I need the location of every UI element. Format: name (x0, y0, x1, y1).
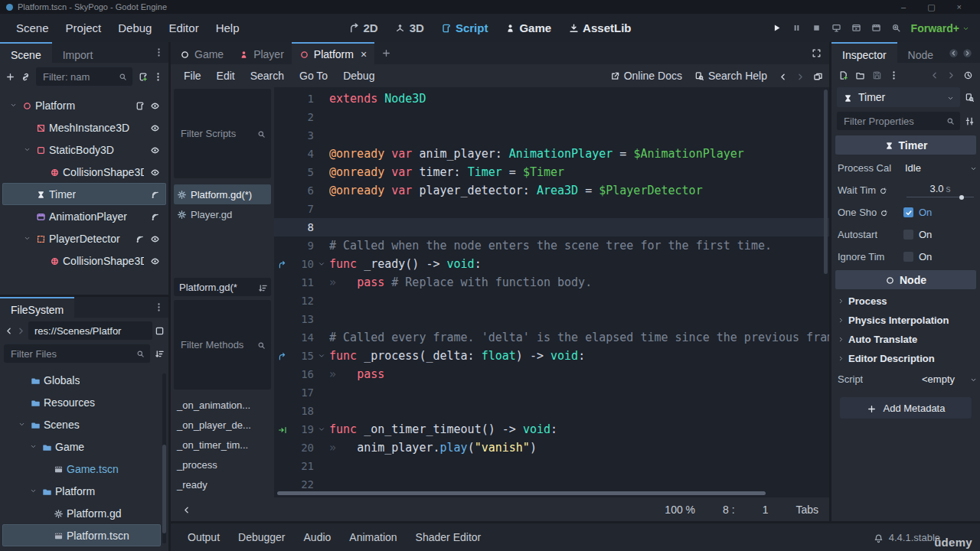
filesystem-menu-button[interactable] (149, 297, 168, 318)
menu-scene[interactable]: Scene (8, 18, 57, 38)
methods-filter-input[interactable] (179, 338, 254, 351)
scene-filter-input[interactable] (41, 70, 116, 83)
new-tab-button[interactable] (374, 42, 398, 64)
workspace-game[interactable]: Game (498, 19, 557, 37)
search-help-button[interactable]: Search Help (694, 70, 767, 82)
add-node-button[interactable] (5, 72, 15, 82)
method-item[interactable]: _process (174, 455, 271, 474)
scene-node-meshinstance3d[interactable]: MeshInstance3D (2, 116, 166, 139)
scene-node-collisionshape3d[interactable]: CollisionShape3D (2, 249, 166, 272)
history-back-icon[interactable] (929, 68, 939, 82)
scene-node-collisionshape3d[interactable]: CollisionShape3D (2, 161, 166, 183)
fs-item-platform-tscn[interactable]: Platform.tscn (2, 524, 161, 546)
dock-tab-scene[interactable]: Scene (0, 42, 52, 63)
override-marker-icon[interactable] (278, 255, 287, 273)
script-forward-icon[interactable] (795, 70, 805, 82)
code-line-3[interactable]: 3 (274, 126, 829, 145)
editor-menu-file[interactable]: File (177, 67, 208, 85)
scene-tab-player[interactable]: Player (231, 42, 292, 64)
monitor-button[interactable] (831, 23, 841, 33)
eye-icon[interactable] (150, 144, 160, 156)
bottom-panel-audio[interactable]: Audio (296, 528, 339, 546)
scene-filter[interactable] (36, 67, 132, 86)
eye-icon[interactable] (150, 255, 160, 267)
maximize-button[interactable]: ▢ (927, 2, 935, 12)
attach-script-button[interactable] (138, 72, 148, 82)
play-button[interactable] (772, 23, 782, 33)
open-node-docs-icon[interactable] (965, 93, 975, 103)
scripts-filter[interactable] (174, 89, 271, 178)
code-line-5[interactable]: 5 @onready var timer: Timer = $Timer (274, 163, 829, 181)
node-selector[interactable]: Timer (837, 87, 960, 107)
online-docs-button[interactable]: Online Docs (610, 70, 682, 82)
signal-icon[interactable] (150, 188, 160, 201)
value-slider[interactable] (906, 197, 974, 197)
inspector-menu-icon[interactable] (889, 68, 899, 82)
indent-type[interactable]: Tabs (795, 504, 818, 516)
override-marker-icon[interactable] (278, 347, 287, 365)
sort-methods-icon[interactable] (258, 281, 268, 292)
scene-node-playerdetector[interactable]: PlayerDetector (2, 227, 166, 249)
fs-item-game[interactable]: Game (2, 435, 161, 458)
code-line-8[interactable]: 8 (274, 218, 829, 236)
fs-item-globals[interactable]: Globals (2, 369, 161, 391)
renderer-select[interactable]: Forward+ (911, 22, 969, 34)
file-filter[interactable] (4, 344, 150, 363)
code-line-4[interactable]: 4 @onready var anim_player: AnimationPla… (274, 145, 829, 163)
object-forward-icon[interactable] (962, 46, 972, 60)
code-line-12[interactable]: 12 (274, 292, 829, 310)
back-icon[interactable] (4, 324, 14, 337)
fs-item-resources[interactable]: Resources (2, 391, 161, 413)
script-back-icon[interactable] (778, 70, 788, 82)
script-property-row[interactable]: Script <empty (831, 368, 980, 390)
path-field[interactable]: res://Scenes/Platfor (28, 321, 152, 340)
scene-node-platform[interactable]: Platform (2, 94, 166, 116)
split-mode-button[interactable] (155, 326, 165, 336)
dock-menu-button[interactable] (149, 42, 168, 63)
eye-icon[interactable] (150, 99, 160, 112)
code-line-9[interactable]: 9 # Called when the node enters the scen… (274, 236, 829, 255)
one-sho-checkbox[interactable]: On (903, 207, 977, 218)
script-item[interactable]: Platform.gd(*) (174, 184, 271, 204)
code-line-20[interactable]: 20 » anim_player.play("vanish") (274, 439, 829, 457)
fs-item-platform[interactable]: Platform (2, 480, 161, 502)
workspace-2d[interactable]: 2D (343, 19, 384, 37)
filesystem-scrollbar[interactable] (162, 373, 166, 543)
eye-icon[interactable] (150, 233, 160, 245)
code-line-14[interactable]: 14 # Called every frame. 'delta' is the … (274, 328, 829, 347)
pause-button[interactable] (792, 23, 802, 33)
movie-button[interactable] (891, 23, 901, 33)
load-resource-icon[interactable] (855, 68, 865, 82)
scripts-filter-input[interactable] (179, 127, 254, 140)
autostart-checkbox[interactable]: On (903, 229, 977, 240)
dock-tab-import[interactable]: Import (52, 42, 104, 63)
editor-menu-search[interactable]: Search (243, 67, 291, 85)
new-resource-icon[interactable] (838, 68, 848, 82)
code-line-16[interactable]: 16 » pass (274, 365, 829, 383)
forward-icon[interactable] (16, 324, 26, 337)
code-line-17[interactable]: 17 (274, 383, 829, 402)
filesystem-tab[interactable]: FileSystem (0, 297, 74, 318)
code-line-11[interactable]: 11 » pass # Replace with function body. (274, 273, 829, 292)
code-horizontal-scrollbar[interactable] (277, 491, 766, 495)
property-group-physics-interpolation[interactable]: Physics Interpolation (831, 311, 980, 330)
menu-editor[interactable]: Editor (160, 18, 207, 38)
editor-menu-edit[interactable]: Edit (210, 67, 242, 85)
current-script-bar[interactable]: Platform.gd(* (174, 278, 271, 296)
close-button[interactable]: × (957, 2, 962, 12)
script-item[interactable]: Player.gd (174, 204, 271, 224)
signal-icon[interactable] (150, 210, 160, 223)
fs-item-platform-gd[interactable]: Platform.gd (2, 502, 161, 524)
history-forward-icon[interactable] (946, 68, 956, 82)
code-line-15[interactable]: 15 func _process(_delta: float) -> void: (274, 347, 829, 365)
code-vertical-scrollbar[interactable] (824, 90, 828, 274)
object-back-icon[interactable] (949, 46, 959, 60)
property-group-auto-translate[interactable]: Auto Translate (831, 330, 980, 349)
minimize-button[interactable]: – (901, 2, 906, 12)
node-section-header[interactable]: Node (835, 270, 976, 289)
scene-node-staticbody3d[interactable]: StaticBody3D (2, 139, 166, 161)
collapse-panel-icon[interactable] (181, 504, 191, 516)
file-filter-input[interactable] (9, 347, 133, 360)
eye-icon[interactable] (150, 122, 160, 134)
stop-button[interactable] (812, 23, 822, 33)
